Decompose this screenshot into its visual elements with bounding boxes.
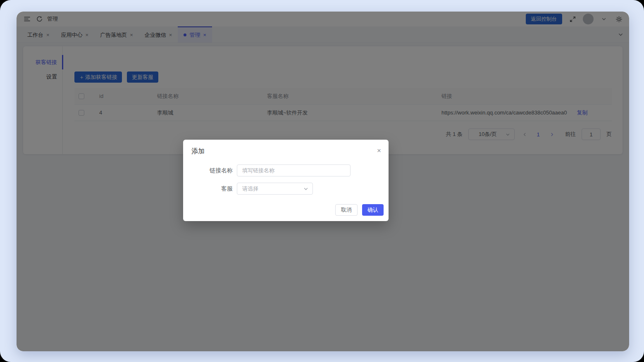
chevron-down-icon: [303, 186, 308, 191]
service-label: 客服: [183, 185, 233, 193]
link-name-field-row: 链接名称: [183, 164, 389, 176]
dialog-footer: 取消 确认: [335, 204, 384, 216]
desktop-background: 管理 返回控制台 工作台 × 应用中心: [0, 0, 644, 362]
service-select[interactable]: 请选择: [237, 183, 313, 195]
dialog-close-icon[interactable]: ×: [377, 147, 381, 154]
dialog-header: 添加 ×: [183, 140, 389, 156]
dialog-title: 添加: [191, 147, 205, 156]
confirm-button[interactable]: 确认: [362, 204, 384, 216]
add-dialog: 添加 × 链接名称 客服 请选择 取消 确认: [183, 140, 389, 221]
link-name-input[interactable]: [237, 164, 351, 176]
service-field-row: 客服 请选择: [183, 183, 389, 195]
link-name-label: 链接名称: [183, 167, 233, 174]
cancel-button[interactable]: 取消: [335, 204, 358, 216]
